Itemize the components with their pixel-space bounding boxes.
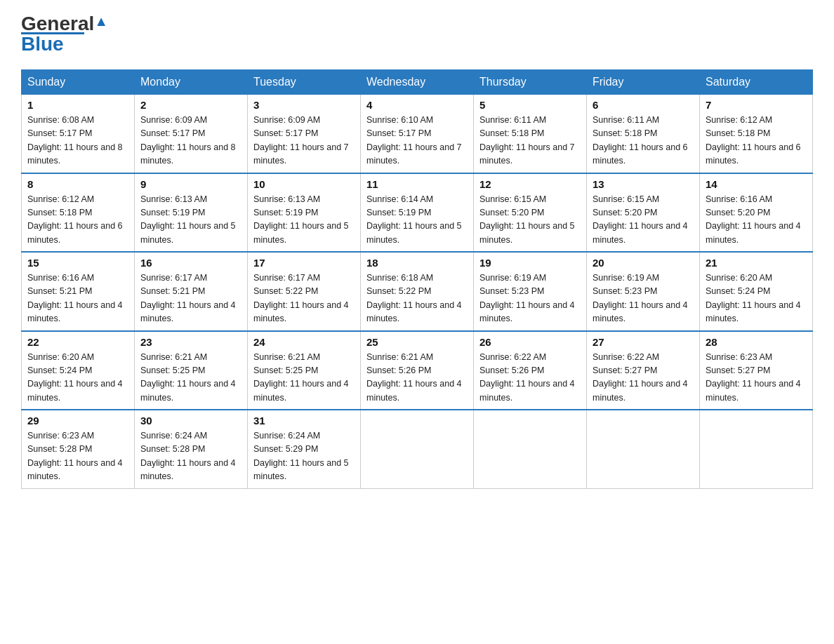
calendar-cell: 27 Sunrise: 6:22 AMSunset: 5:27 PMDaylig…	[587, 331, 700, 410]
day-number: 8	[27, 178, 128, 190]
day-number: 3	[253, 99, 355, 111]
day-number: 14	[706, 178, 807, 190]
day-info: Sunrise: 6:13 AMSunset: 5:19 PMDaylight:…	[140, 194, 236, 245]
day-number: 27	[593, 336, 694, 348]
calendar-cell: 10 Sunrise: 6:13 AMSunset: 5:19 PMDaylig…	[248, 173, 361, 253]
day-number: 17	[253, 257, 355, 269]
day-info: Sunrise: 6:17 AMSunset: 5:22 PMDaylight:…	[253, 273, 349, 323]
day-info: Sunrise: 6:10 AMSunset: 5:17 PMDaylight:…	[366, 115, 462, 166]
day-info: Sunrise: 6:21 AMSunset: 5:26 PMDaylight:…	[366, 352, 462, 403]
day-number: 20	[593, 257, 694, 269]
weekday-header-saturday: Saturday	[700, 70, 813, 95]
day-info: Sunrise: 6:11 AMSunset: 5:18 PMDaylight:…	[479, 115, 575, 166]
calendar-cell: 31 Sunrise: 6:24 AMSunset: 5:29 PMDaylig…	[248, 410, 361, 488]
day-number: 11	[366, 178, 468, 190]
day-number: 25	[366, 336, 468, 348]
calendar-cell: 11 Sunrise: 6:14 AMSunset: 5:19 PMDaylig…	[361, 173, 474, 253]
calendar-week-row: 22 Sunrise: 6:20 AMSunset: 5:24 PMDaylig…	[22, 331, 813, 410]
day-info: Sunrise: 6:16 AMSunset: 5:21 PMDaylight:…	[27, 273, 123, 323]
day-number: 7	[706, 99, 807, 111]
weekday-header-wednesday: Wednesday	[361, 70, 474, 95]
day-number: 10	[253, 178, 355, 190]
day-info: Sunrise: 6:08 AMSunset: 5:17 PMDaylight:…	[27, 115, 123, 166]
calendar-cell: 22 Sunrise: 6:20 AMSunset: 5:24 PMDaylig…	[22, 331, 135, 410]
day-number: 29	[27, 415, 128, 427]
day-number: 16	[140, 257, 241, 269]
page-header: General▲ Blue	[21, 14, 813, 55]
calendar-cell: 30 Sunrise: 6:24 AMSunset: 5:28 PMDaylig…	[135, 410, 248, 488]
calendar-cell: 23 Sunrise: 6:21 AMSunset: 5:25 PMDaylig…	[135, 331, 248, 410]
calendar-cell: 16 Sunrise: 6:17 AMSunset: 5:21 PMDaylig…	[135, 252, 248, 331]
calendar-cell: 18 Sunrise: 6:18 AMSunset: 5:22 PMDaylig…	[361, 252, 474, 331]
day-number: 28	[706, 336, 807, 348]
calendar-cell: 29 Sunrise: 6:23 AMSunset: 5:28 PMDaylig…	[22, 410, 135, 488]
calendar-week-row: 15 Sunrise: 6:16 AMSunset: 5:21 PMDaylig…	[22, 252, 813, 331]
day-number: 15	[27, 257, 128, 269]
calendar-table: SundayMondayTuesdayWednesdayThursdayFrid…	[21, 69, 813, 489]
calendar-week-row: 1 Sunrise: 6:08 AMSunset: 5:17 PMDayligh…	[22, 95, 813, 173]
calendar-cell: 7 Sunrise: 6:12 AMSunset: 5:18 PMDayligh…	[700, 95, 813, 173]
day-number: 6	[593, 99, 694, 111]
day-number: 9	[140, 178, 241, 190]
day-info: Sunrise: 6:11 AMSunset: 5:18 PMDaylight:…	[593, 115, 688, 166]
calendar-cell	[361, 410, 474, 488]
calendar-cell: 28 Sunrise: 6:23 AMSunset: 5:27 PMDaylig…	[700, 331, 813, 410]
calendar-cell	[587, 410, 700, 488]
day-info: Sunrise: 6:24 AMSunset: 5:29 PMDaylight:…	[253, 431, 349, 481]
day-number: 5	[479, 99, 581, 111]
day-info: Sunrise: 6:09 AMSunset: 5:17 PMDaylight:…	[253, 115, 349, 166]
day-info: Sunrise: 6:18 AMSunset: 5:22 PMDaylight:…	[366, 273, 462, 323]
day-info: Sunrise: 6:20 AMSunset: 5:24 PMDaylight:…	[27, 352, 123, 403]
calendar-cell: 5 Sunrise: 6:11 AMSunset: 5:18 PMDayligh…	[474, 95, 587, 173]
day-info: Sunrise: 6:09 AMSunset: 5:17 PMDaylight:…	[140, 115, 236, 166]
calendar-header-row: SundayMondayTuesdayWednesdayThursdayFrid…	[22, 70, 813, 95]
calendar-cell: 17 Sunrise: 6:17 AMSunset: 5:22 PMDaylig…	[248, 252, 361, 331]
day-number: 24	[253, 336, 355, 348]
day-info: Sunrise: 6:17 AMSunset: 5:21 PMDaylight:…	[140, 273, 236, 323]
day-info: Sunrise: 6:23 AMSunset: 5:28 PMDaylight:…	[27, 431, 123, 481]
day-number: 26	[479, 336, 581, 348]
calendar-cell	[474, 410, 587, 488]
day-info: Sunrise: 6:23 AMSunset: 5:27 PMDaylight:…	[706, 352, 801, 403]
calendar-cell: 24 Sunrise: 6:21 AMSunset: 5:25 PMDaylig…	[248, 331, 361, 410]
day-info: Sunrise: 6:21 AMSunset: 5:25 PMDaylight:…	[253, 352, 349, 403]
calendar-cell: 25 Sunrise: 6:21 AMSunset: 5:26 PMDaylig…	[361, 331, 474, 410]
day-number: 21	[706, 257, 807, 269]
weekday-header-sunday: Sunday	[22, 70, 135, 95]
weekday-header-monday: Monday	[135, 70, 248, 95]
day-info: Sunrise: 6:22 AMSunset: 5:26 PMDaylight:…	[479, 352, 575, 403]
day-number: 22	[27, 336, 128, 348]
calendar-cell: 15 Sunrise: 6:16 AMSunset: 5:21 PMDaylig…	[22, 252, 135, 331]
day-info: Sunrise: 6:13 AMSunset: 5:19 PMDaylight:…	[253, 194, 349, 245]
calendar-cell: 20 Sunrise: 6:19 AMSunset: 5:23 PMDaylig…	[587, 252, 700, 331]
day-info: Sunrise: 6:15 AMSunset: 5:20 PMDaylight:…	[593, 194, 688, 245]
day-info: Sunrise: 6:12 AMSunset: 5:18 PMDaylight:…	[706, 115, 801, 166]
day-number: 12	[479, 178, 581, 190]
day-info: Sunrise: 6:14 AMSunset: 5:19 PMDaylight:…	[366, 194, 462, 245]
day-number: 30	[140, 415, 241, 427]
day-info: Sunrise: 6:21 AMSunset: 5:25 PMDaylight:…	[140, 352, 236, 403]
calendar-cell: 3 Sunrise: 6:09 AMSunset: 5:17 PMDayligh…	[248, 95, 361, 173]
day-number: 23	[140, 336, 241, 348]
calendar-cell: 2 Sunrise: 6:09 AMSunset: 5:17 PMDayligh…	[135, 95, 248, 173]
day-info: Sunrise: 6:22 AMSunset: 5:27 PMDaylight:…	[593, 352, 688, 403]
logo: General▲ Blue	[21, 14, 108, 55]
calendar-cell: 26 Sunrise: 6:22 AMSunset: 5:26 PMDaylig…	[474, 331, 587, 410]
day-info: Sunrise: 6:19 AMSunset: 5:23 PMDaylight:…	[593, 273, 688, 323]
logo-blue: Blue	[21, 33, 64, 55]
day-number: 4	[366, 99, 468, 111]
calendar-cell: 19 Sunrise: 6:19 AMSunset: 5:23 PMDaylig…	[474, 252, 587, 331]
calendar-cell: 21 Sunrise: 6:20 AMSunset: 5:24 PMDaylig…	[700, 252, 813, 331]
calendar-cell: 13 Sunrise: 6:15 AMSunset: 5:20 PMDaylig…	[587, 173, 700, 253]
calendar-cell: 6 Sunrise: 6:11 AMSunset: 5:18 PMDayligh…	[587, 95, 700, 173]
calendar-cell: 1 Sunrise: 6:08 AMSunset: 5:17 PMDayligh…	[22, 95, 135, 173]
day-number: 18	[366, 257, 468, 269]
calendar-cell	[700, 410, 813, 488]
day-info: Sunrise: 6:15 AMSunset: 5:20 PMDaylight:…	[479, 194, 575, 245]
calendar-cell: 8 Sunrise: 6:12 AMSunset: 5:18 PMDayligh…	[22, 173, 135, 253]
day-info: Sunrise: 6:12 AMSunset: 5:18 PMDaylight:…	[27, 194, 123, 245]
day-info: Sunrise: 6:24 AMSunset: 5:28 PMDaylight:…	[140, 431, 236, 481]
weekday-header-thursday: Thursday	[474, 70, 587, 95]
day-number: 31	[253, 415, 355, 427]
day-number: 13	[593, 178, 694, 190]
